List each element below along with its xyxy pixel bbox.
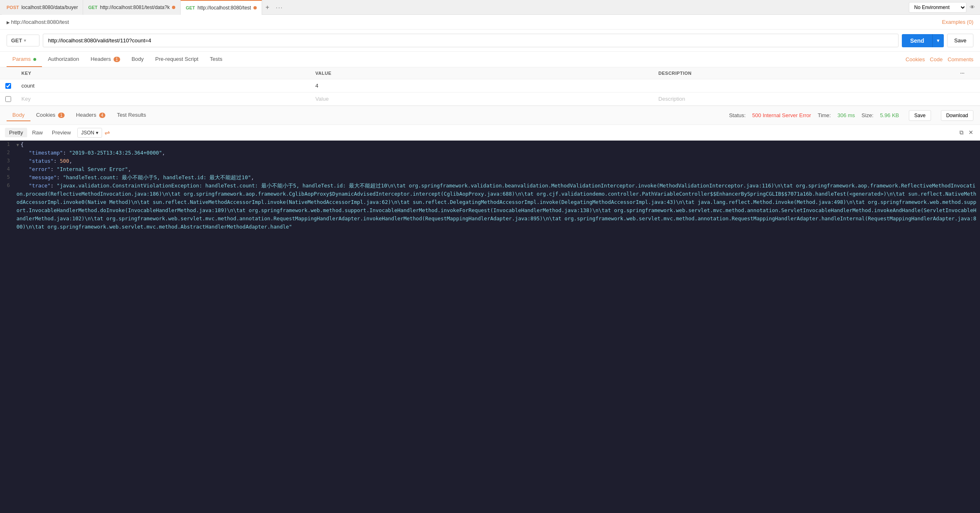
resp-save-button[interactable]: Save (909, 110, 931, 121)
environment-select[interactable]: No Environment (909, 2, 966, 13)
req-tabs-right: Cookies Code Comments (906, 56, 973, 62)
resp-tab-testresults[interactable]: Test Results (111, 109, 152, 121)
format-right-actions: ⧉ ✕ (958, 127, 975, 138)
save-button[interactable]: Save (947, 34, 973, 47)
tab-params-label: Params (12, 56, 31, 62)
col-description: DESCRIPTION (653, 67, 955, 79)
format-type-dropdown[interactable]: JSON ▾ (77, 128, 102, 138)
resp-tab-body[interactable]: Body (7, 109, 30, 121)
resp-tab-testresults-label: Test Results (117, 112, 146, 118)
url-input[interactable] (43, 34, 899, 47)
row2-check-cell (0, 92, 16, 106)
new-tab-button[interactable]: + (262, 4, 272, 11)
tab-unsaved-dot-3 (253, 6, 257, 9)
request-tabs: Params Authorization Headers 1 Body Pre-… (0, 52, 980, 67)
tab-method-get-3: GET (186, 5, 195, 10)
json-line-6: 6 "trace": "javax.validation.ConstraintV… (0, 182, 980, 231)
tab-bar-right: No Environment 👁 (909, 2, 978, 13)
row2-value[interactable]: Value (311, 92, 654, 106)
fold-arrow-1[interactable]: ▼ (16, 143, 19, 147)
row1-check-cell (0, 79, 16, 92)
row1-key[interactable]: count (16, 79, 311, 92)
response-tabs: Body Cookies 1 Headers 4 Test Results (7, 109, 152, 121)
line-num-3: 3 (3, 157, 16, 165)
line-num-5: 5 (3, 173, 16, 182)
resp-download-button[interactable]: Download (941, 110, 973, 121)
tab-prerequest[interactable]: Pre-request Script (149, 52, 204, 67)
resp-tab-cookies-label: Cookies (36, 112, 56, 118)
tab-headers[interactable]: Headers 1 (85, 52, 125, 67)
row2-key[interactable]: Key (16, 92, 311, 106)
copy-icon[interactable]: ⧉ (958, 127, 965, 138)
cookies-link[interactable]: Cookies (906, 56, 925, 62)
breadcrumb-bar: http://localhost:8080/test Examples (0) (0, 15, 980, 30)
line-content-5: "message": "handleTest.count: 最小不能小于5, h… (16, 173, 254, 182)
status-value: 500 Internal Server Error (752, 112, 811, 118)
line-content-4: "error": "Internal Server Error", (16, 165, 131, 173)
format-type-chevron-icon: ▾ (96, 130, 98, 136)
resp-tab-cookies[interactable]: Cookies 1 (30, 109, 70, 121)
tab-authorization[interactable]: Authorization (42, 52, 85, 67)
line-content-2: "timestamp": "2019-03-25T13:43:25.364+00… (16, 149, 165, 157)
row1-action (955, 79, 980, 92)
breadcrumb: http://localhost:8080/test (7, 19, 69, 25)
response-section: Body Cookies 1 Headers 4 Test Results St… (0, 106, 980, 513)
comments-link[interactable]: Comments (947, 56, 973, 62)
row2-checkbox[interactable] (5, 96, 11, 102)
line-num-6: 6 (3, 182, 16, 231)
line-num-1: 1 (3, 141, 16, 149)
tab-get-test-data[interactable]: GET http://localhost:8081/test/data?k (83, 0, 181, 15)
more-tabs-button[interactable]: ··· (273, 4, 287, 11)
status-label: Status: (729, 112, 745, 118)
tab-body[interactable]: Body (126, 52, 150, 67)
line-content-3: "status": 500, (16, 157, 72, 165)
fmt-tab-raw[interactable]: Raw (28, 128, 47, 137)
tab-tests-label: Tests (210, 56, 222, 62)
response-bar: Body Cookies 1 Headers 4 Test Results St… (0, 106, 980, 125)
fmt-tab-preview[interactable]: Preview (48, 128, 75, 137)
row2-desc[interactable]: Description (653, 92, 955, 106)
tab-bar: POST localhost:8080/data/buyer GET http:… (0, 0, 980, 15)
json-line-1: 1 ▼{ (0, 141, 980, 149)
tab-url-3: http://localhost:8080/test (197, 5, 251, 11)
fmt-tab-pretty[interactable]: Pretty (5, 128, 27, 137)
method-chevron-icon: ▾ (24, 38, 26, 43)
tab-post-buyer[interactable]: POST localhost:8080/data/buyer (2, 0, 83, 15)
tab-unsaved-dot-2 (172, 6, 175, 9)
clear-icon[interactable]: ✕ (967, 127, 975, 138)
row1-desc[interactable] (653, 79, 955, 92)
size-value: 5.96 KB (880, 112, 899, 118)
json-line-2: 2 "timestamp": "2019-03-25T13:43:25.364+… (0, 149, 980, 157)
tab-url-2: http://localhost:8081/test/data?k (100, 5, 170, 10)
tab-method-get-2: GET (88, 5, 98, 10)
method-label: GET (11, 37, 22, 44)
line-content-1: ▼{ (16, 141, 24, 149)
col-check (0, 67, 16, 79)
headers-badge: 1 (114, 57, 120, 62)
tab-prerequest-label: Pre-request Script (155, 56, 198, 62)
resp-tab-headers[interactable]: Headers 4 (70, 109, 111, 121)
eye-icon[interactable]: 👁 (970, 4, 975, 10)
tab-url-1: localhost:8080/data/buyer (21, 5, 78, 10)
col-value: VALUE (311, 67, 654, 79)
tab-get-test[interactable]: GET http://localhost:8080/test (181, 0, 262, 15)
size-label: Size: (862, 112, 873, 118)
tab-tests[interactable]: Tests (204, 52, 228, 67)
format-bar: Pretty Raw Preview JSON ▾ ⇌ ⧉ ✕ (0, 125, 980, 141)
time-label: Time: (817, 112, 831, 118)
wrap-button[interactable]: ⇌ (105, 129, 110, 136)
row2-action (955, 92, 980, 106)
row1-value[interactable]: 4 (311, 79, 654, 92)
row1-checkbox[interactable] (5, 83, 11, 89)
resp-tab-body-label: Body (12, 112, 25, 118)
method-dropdown[interactable]: GET ▾ (7, 35, 39, 46)
tab-params[interactable]: Params (7, 52, 42, 67)
code-link[interactable]: Code (930, 56, 943, 62)
examples-link[interactable]: Examples (0) (942, 19, 973, 25)
json-line-5: 5 "message": "handleTest.count: 最小不能小于5,… (0, 173, 980, 182)
send-dropdown-button[interactable]: ▾ (932, 34, 944, 47)
response-status: Status: 500 Internal Server Error Time: … (729, 110, 973, 121)
json-line-4: 4 "error": "Internal Server Error", (0, 165, 980, 173)
time-value: 306 ms (837, 112, 855, 118)
send-button[interactable]: Send (902, 34, 932, 47)
